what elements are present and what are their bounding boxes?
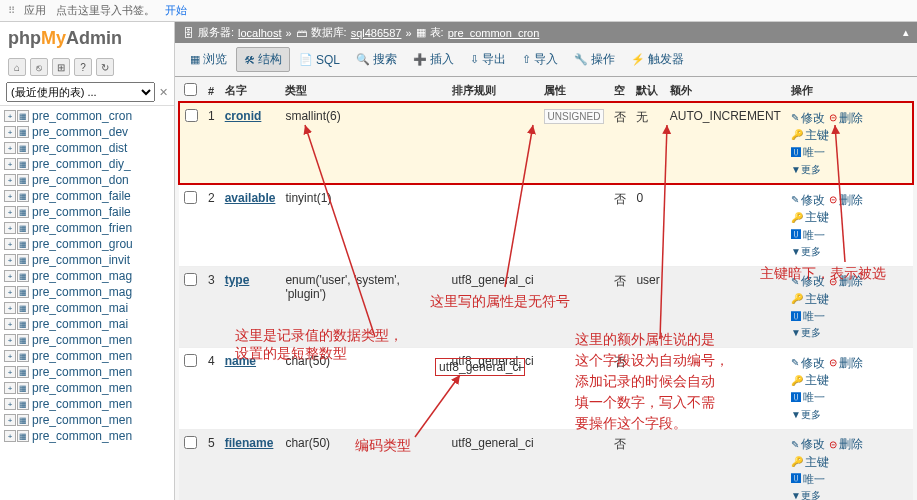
row-checkbox[interactable]	[184, 436, 197, 449]
expand-icon[interactable]: +	[4, 142, 16, 154]
expand-icon[interactable]: +	[4, 350, 16, 362]
row-checkbox[interactable]	[184, 191, 197, 204]
logout-icon[interactable]: ⎋	[30, 58, 48, 76]
tab-export[interactable]: ⇩导出	[463, 48, 513, 71]
expand-icon[interactable]: +	[4, 334, 16, 346]
query-icon[interactable]: ⊞	[52, 58, 70, 76]
clear-icon[interactable]: ✕	[159, 86, 168, 99]
expand-icon[interactable]: +	[4, 174, 16, 186]
sidebar-table-item[interactable]: +▦pre_common_dev	[0, 124, 174, 140]
select-all-checkbox[interactable]	[184, 83, 197, 96]
action-delete[interactable]: ⊝删除	[829, 192, 863, 209]
action-delete[interactable]: ⊝删除	[829, 436, 863, 453]
breadcrumb-db[interactable]: sql486587	[351, 27, 402, 39]
sidebar-table-item[interactable]: +▦pre_common_invit	[0, 252, 174, 268]
action-unique[interactable]: 🆄唯一	[791, 472, 825, 487]
docs-icon[interactable]: ?	[74, 58, 92, 76]
expand-icon[interactable]: +	[4, 254, 16, 266]
sidebar-table-item[interactable]: +▦pre_common_men	[0, 348, 174, 364]
breadcrumb-table[interactable]: pre_common_cron	[448, 27, 540, 39]
more-toggle[interactable]: ▼更多	[791, 490, 821, 500]
action-unique[interactable]: 🆄唯一	[791, 145, 825, 160]
action-edit[interactable]: ✎修改	[791, 273, 825, 290]
sidebar-table-item[interactable]: +▦pre_common_cron	[0, 108, 174, 124]
sidebar-table-item[interactable]: +▦pre_common_don	[0, 172, 174, 188]
action-unique[interactable]: 🆄唯一	[791, 390, 825, 405]
tab-browse[interactable]: ▦浏览	[183, 48, 234, 71]
expand-icon[interactable]: +	[4, 398, 16, 410]
sidebar-table-item[interactable]: +▦pre_common_mai	[0, 300, 174, 316]
tab-structure[interactable]: 🛠结构	[236, 47, 290, 72]
sidebar-table-item[interactable]: +▦pre_common_men	[0, 364, 174, 380]
sidebar-table-item[interactable]: +▦pre_common_men	[0, 428, 174, 444]
sidebar-table-item[interactable]: +▦pre_common_men	[0, 380, 174, 396]
expand-icon[interactable]: +	[4, 110, 16, 122]
tab-sql[interactable]: 📄SQL	[292, 50, 347, 70]
expand-icon[interactable]: +	[4, 190, 16, 202]
apps-label[interactable]: 应用	[24, 3, 46, 18]
breadcrumb-server[interactable]: localhost	[238, 27, 281, 39]
tab-triggers[interactable]: ⚡触发器	[624, 48, 691, 71]
action-edit[interactable]: ✎修改	[791, 436, 825, 453]
sidebar-table-item[interactable]: +▦pre_common_faile	[0, 204, 174, 220]
action-edit[interactable]: ✎修改	[791, 110, 825, 127]
action-delete[interactable]: ⊝删除	[829, 355, 863, 372]
expand-icon[interactable]: +	[4, 302, 16, 314]
action-delete[interactable]: ⊝删除	[829, 273, 863, 290]
action-primary[interactable]: 🔑主键	[791, 454, 829, 471]
action-edit[interactable]: ✎修改	[791, 355, 825, 372]
row-checkbox[interactable]	[184, 354, 197, 367]
expand-icon[interactable]: +	[4, 382, 16, 394]
sidebar-table-item[interactable]: +▦pre_common_diy_	[0, 156, 174, 172]
more-toggle[interactable]: ▼更多	[791, 327, 821, 338]
sidebar-table-item[interactable]: +▦pre_common_dist	[0, 140, 174, 156]
column-name[interactable]: name	[225, 354, 256, 368]
sidebar-table-item[interactable]: +▦pre_common_mag	[0, 268, 174, 284]
column-name[interactable]: type	[225, 273, 250, 287]
tab-search[interactable]: 🔍搜索	[349, 48, 404, 71]
action-delete[interactable]: ⊝删除	[829, 110, 863, 127]
sidebar-table-item[interactable]: +▦pre_common_grou	[0, 236, 174, 252]
expand-icon[interactable]: +	[4, 414, 16, 426]
tab-import[interactable]: ⇧导入	[515, 48, 565, 71]
expand-icon[interactable]: +	[4, 222, 16, 234]
sidebar-table-item[interactable]: +▦pre_common_faile	[0, 188, 174, 204]
expand-icon[interactable]: +	[4, 318, 16, 330]
table-tree[interactable]: +▦pre_common_cron+▦pre_common_dev+▦pre_c…	[0, 106, 174, 500]
sidebar-table-item[interactable]: +▦pre_common_frien	[0, 220, 174, 236]
action-edit[interactable]: ✎修改	[791, 192, 825, 209]
recent-tables-select[interactable]: (最近使用的表) ...	[6, 82, 155, 102]
more-toggle[interactable]: ▼更多	[791, 409, 821, 420]
action-unique[interactable]: 🆄唯一	[791, 228, 825, 243]
sidebar-table-item[interactable]: +▦pre_common_men	[0, 396, 174, 412]
tab-insert[interactable]: ➕插入	[406, 48, 461, 71]
sidebar-table-item[interactable]: +▦pre_common_men	[0, 412, 174, 428]
column-name[interactable]: filename	[225, 436, 274, 450]
action-primary[interactable]: 🔑主键	[791, 372, 829, 389]
row-checkbox[interactable]	[184, 273, 197, 286]
expand-icon[interactable]: +	[4, 270, 16, 282]
action-primary[interactable]: 🔑主键	[791, 209, 829, 226]
expand-icon[interactable]: +	[4, 238, 16, 250]
sidebar-table-item[interactable]: +▦pre_common_mag	[0, 284, 174, 300]
more-toggle[interactable]: ▼更多	[791, 246, 821, 257]
column-name[interactable]: cronid	[225, 109, 262, 123]
action-primary[interactable]: 🔑主键	[791, 127, 829, 144]
expand-icon[interactable]: +	[4, 206, 16, 218]
expand-icon[interactable]: +	[4, 126, 16, 138]
sidebar-table-item[interactable]: +▦pre_common_mai	[0, 316, 174, 332]
more-toggle[interactable]: ▼更多	[791, 164, 821, 175]
apps-grid-icon[interactable]: ⠿	[8, 5, 14, 16]
tab-operations[interactable]: 🔧操作	[567, 48, 622, 71]
expand-icon[interactable]: +	[4, 430, 16, 442]
column-name[interactable]: available	[225, 191, 276, 205]
home-icon[interactable]: ⌂	[8, 58, 26, 76]
reload-icon[interactable]: ↻	[96, 58, 114, 76]
expand-icon[interactable]: +	[4, 366, 16, 378]
action-unique[interactable]: 🆄唯一	[791, 309, 825, 324]
action-primary[interactable]: 🔑主键	[791, 291, 829, 308]
expand-icon[interactable]: +	[4, 158, 16, 170]
expand-icon[interactable]: +	[4, 286, 16, 298]
panel-close-icon[interactable]: ▴	[903, 26, 909, 39]
start-link[interactable]: 开始	[165, 3, 187, 18]
